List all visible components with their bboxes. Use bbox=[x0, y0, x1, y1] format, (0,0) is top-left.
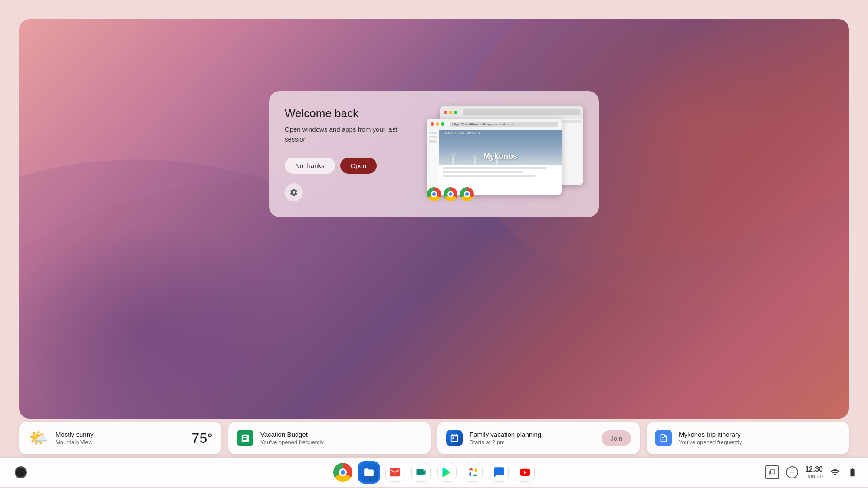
taskbar-app-photos[interactable] bbox=[462, 461, 484, 484]
join-button[interactable]: Join bbox=[602, 430, 631, 446]
dialog-subtitle: Open windows and apps from your last ses… bbox=[285, 125, 410, 144]
family-vacation-card[interactable]: Family vacation planning Starts at 2 pm … bbox=[437, 422, 640, 454]
vacation-budget-card[interactable]: Vacation Budget You've opened frequently bbox=[228, 422, 431, 454]
launcher-icon bbox=[15, 466, 27, 478]
svg-marker-5 bbox=[470, 152, 480, 157]
vacation-budget-text: Vacation Budget You've opened frequently bbox=[260, 431, 422, 445]
weather-card[interactable]: 🌤️ Mostly sunny Mountain View 75° bbox=[19, 422, 221, 454]
taskbar-app-youtube[interactable] bbox=[514, 461, 536, 484]
sheets-icon bbox=[237, 430, 253, 446]
mykonos-itinerary-card[interactable]: Mykonos trip itinerary You've opened fre… bbox=[647, 422, 849, 454]
settings-button[interactable] bbox=[285, 183, 303, 201]
weather-temperature: 75° bbox=[192, 430, 213, 446]
vacation-budget-title: Vacation Budget bbox=[260, 431, 422, 438]
screenshot-icon[interactable] bbox=[765, 465, 779, 479]
time-display: 12:30 bbox=[805, 465, 823, 473]
family-vacation-subtitle: Starts at 2 pm bbox=[470, 439, 595, 445]
taskbar-app-files[interactable] bbox=[358, 461, 380, 484]
mykonos-image: TRAVEL THE WORLD Mykonos bbox=[439, 130, 562, 165]
family-vacation-title: Family vacation planning bbox=[470, 431, 595, 438]
dialog-buttons: No thanks Open bbox=[285, 158, 410, 174]
system-tray: + 12:30 Jun 20 bbox=[765, 465, 858, 480]
date-display: Jun 20 bbox=[806, 473, 823, 480]
taskbar-apps bbox=[332, 461, 536, 484]
browser-window-front: https://traveltheworldblog.com/mykonos T… bbox=[427, 119, 562, 195]
dialog-title: Welcome back bbox=[285, 107, 410, 120]
battery-icon[interactable] bbox=[847, 467, 858, 478]
wifi-icon[interactable] bbox=[830, 467, 840, 478]
weather-icon: 🌤️ bbox=[28, 428, 49, 448]
dialog-preview-area: https://traveltheworldblog.com/mykonos T… bbox=[427, 107, 583, 201]
svg-rect-4 bbox=[474, 157, 476, 165]
browser-preview-container: https://traveltheworldblog.com/mykonos T… bbox=[427, 106, 583, 202]
docs-icon bbox=[655, 430, 672, 446]
mykonos-itinerary-text: Mykonos trip itinerary You've opened fre… bbox=[679, 431, 840, 445]
open-button[interactable]: Open bbox=[340, 158, 377, 174]
no-thanks-button[interactable]: No thanks bbox=[285, 158, 335, 174]
taskbar-left bbox=[10, 462, 31, 483]
calendar-icon bbox=[446, 430, 463, 446]
desktop-wallpaper bbox=[19, 19, 849, 419]
dialog-left-panel: Welcome back Open windows and apps from … bbox=[285, 107, 410, 201]
svg-rect-2 bbox=[452, 156, 454, 165]
shelf: 🌤️ Mostly sunny Mountain View 75° Vacati… bbox=[0, 419, 868, 488]
weather-text: Mostly sunny Mountain View bbox=[56, 431, 185, 445]
datetime-display[interactable]: 12:30 Jun 20 bbox=[805, 465, 823, 480]
mykonos-itinerary-title: Mykonos trip itinerary bbox=[679, 431, 840, 438]
virtual-desk-icon[interactable]: + bbox=[786, 466, 798, 478]
chrome-browser-icons bbox=[427, 187, 474, 201]
family-vacation-text: Family vacation planning Starts at 2 pm bbox=[470, 431, 595, 445]
gear-icon bbox=[289, 188, 298, 197]
svg-marker-3 bbox=[448, 151, 458, 156]
svg-point-8 bbox=[471, 470, 475, 474]
taskbar-app-gmail[interactable] bbox=[384, 461, 406, 484]
suggestion-cards-row: 🌤️ Mostly sunny Mountain View 75° Vacati… bbox=[0, 419, 868, 458]
welcome-dialog: Welcome back Open windows and apps from … bbox=[269, 91, 599, 217]
vacation-budget-subtitle: You've opened frequently bbox=[260, 439, 422, 445]
weather-location: Mountain View bbox=[56, 439, 185, 445]
taskbar-app-chat[interactable] bbox=[488, 461, 510, 484]
taskbar-app-chrome[interactable] bbox=[332, 461, 354, 484]
taskbar-app-meet[interactable] bbox=[410, 461, 432, 484]
launcher-button[interactable] bbox=[10, 462, 31, 483]
mykonos-itinerary-subtitle: You've opened frequently bbox=[679, 439, 840, 445]
weather-condition: Mostly sunny bbox=[56, 431, 185, 438]
taskbar: + 12:30 Jun 20 bbox=[0, 458, 868, 487]
taskbar-app-play[interactable] bbox=[436, 461, 458, 484]
